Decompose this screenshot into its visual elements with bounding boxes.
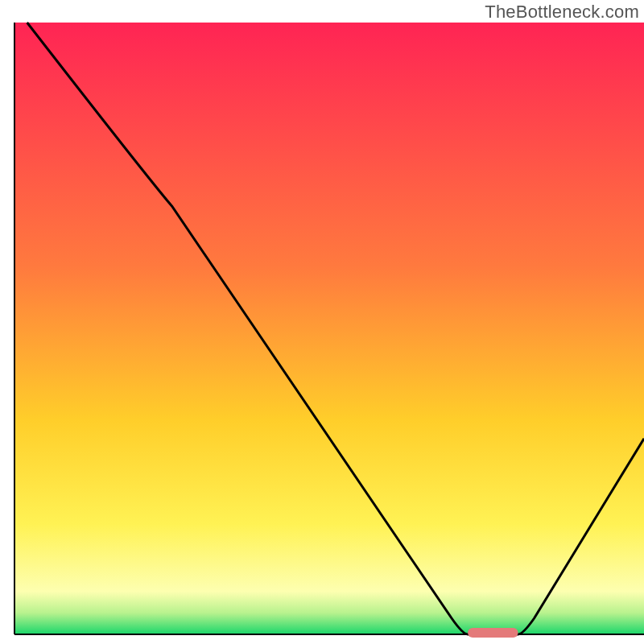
optimal-range-marker [468, 628, 518, 638]
plot-background [14, 23, 644, 634]
chart-canvas [0, 0, 644, 644]
watermark-label: TheBottleneck.com [485, 2, 639, 23]
bottleneck-chart: TheBottleneck.com [0, 0, 644, 644]
